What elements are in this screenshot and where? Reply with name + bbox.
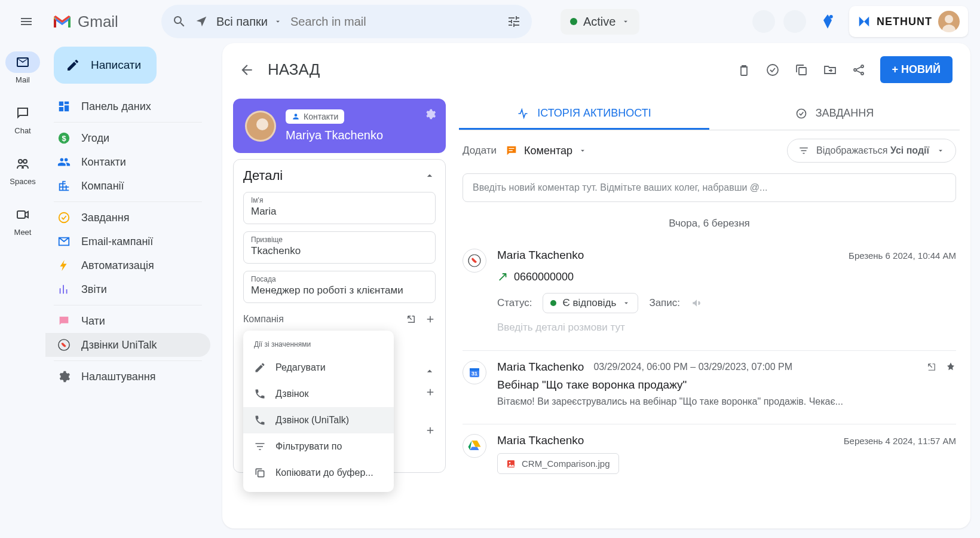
main-menu-button[interactable]	[12, 7, 41, 36]
rail-mail[interactable]: Mail	[5, 51, 40, 84]
sidebar-chats[interactable]: Чати	[45, 309, 210, 333]
date-separator: Вчора, 6 березня	[459, 212, 960, 242]
hamburger-icon	[19, 14, 33, 29]
pin-icon[interactable]	[945, 362, 956, 372]
svg-point-1	[19, 160, 22, 163]
tab-activity[interactable]: ІСТОРІЯ АКТИВНОСТІ	[459, 99, 709, 130]
sidebar-settings[interactable]: Налаштування	[45, 365, 210, 389]
sidebar-campaigns[interactable]: Email-кампанії	[45, 230, 210, 253]
rail-meet[interactable]: Meet	[5, 204, 40, 237]
nethunt-badge[interactable]: NETHUNT	[849, 6, 968, 37]
phone-icon	[254, 414, 266, 426]
outgoing-arrow-icon: ↗	[497, 269, 508, 285]
sidebar-companies[interactable]: Компанії	[45, 174, 210, 198]
phone-icon	[254, 388, 266, 400]
field-position[interactable]: Посада Менеджер по роботі з клієнтами	[243, 271, 436, 303]
check-circle-icon[interactable]	[765, 63, 780, 77]
svg-point-12	[861, 72, 863, 75]
gmail-label: Gmail	[78, 13, 118, 31]
tab-tasks[interactable]: ЗАВДАННЯ	[709, 99, 960, 130]
dashboard-icon	[57, 100, 71, 113]
kite-button[interactable]	[814, 8, 841, 35]
search-input[interactable]	[290, 15, 498, 29]
menu-copy[interactable]: Копіювати до буфер...	[243, 460, 394, 486]
contact-card: Контакти Mariya Tkachenko Деталі Ім'я Ma…	[233, 99, 446, 518]
sidebar-reports[interactable]: Звіти	[45, 277, 210, 301]
gmail-icon	[51, 13, 73, 30]
calls-icon	[57, 338, 71, 351]
folder-move-icon[interactable]	[823, 63, 837, 77]
search-bar[interactable]: Всі папки	[161, 5, 532, 38]
details-section: Деталі Ім'я Maria Призвіще Tkachenko Пос…	[233, 159, 446, 473]
file-chip[interactable]: CRM_Comparison.jpg	[497, 453, 619, 474]
rail-chat[interactable]: Chat	[5, 102, 40, 135]
svg-rect-9	[799, 68, 806, 75]
chats-icon	[57, 314, 71, 328]
field-first-name[interactable]: Ім'я Maria	[243, 192, 436, 224]
sidebar-contacts[interactable]: Контакти	[45, 150, 210, 174]
sidebar-tasks[interactable]: Завдання	[45, 206, 210, 230]
back-label: НАЗАД	[268, 60, 320, 79]
audio-icon[interactable]	[691, 297, 703, 309]
svg-text:$: $	[62, 134, 66, 143]
company-section: Компанія Дії зі значеннями Редагувати	[243, 314, 436, 460]
field-last-name[interactable]: Призвіще Tkachenko	[243, 231, 436, 264]
new-button[interactable]: + НОВИЙ	[880, 56, 953, 83]
header-extra-2[interactable]	[783, 10, 806, 33]
plus-icon[interactable]	[425, 387, 436, 398]
user-avatar[interactable]	[938, 11, 960, 32]
folder-select[interactable]: Всі папки	[216, 15, 282, 29]
card-header: Контакти Mariya Tkachenko	[233, 99, 446, 153]
open-external-icon[interactable]	[406, 314, 416, 325]
contacts-icon	[57, 155, 71, 169]
menu-header: Дії зі значеннями	[243, 337, 394, 354]
svg-point-0	[829, 15, 833, 19]
chevron-up-icon[interactable]	[424, 170, 436, 182]
svg-point-14	[797, 109, 806, 118]
check-circle-icon	[795, 108, 807, 120]
call-activity-icon	[463, 249, 486, 273]
left-rail: Mail Chat Spaces Meet	[0, 43, 45, 538]
menu-call-unitalk[interactable]: Дзвінок (UniTalk)	[243, 407, 394, 433]
status-dot-icon	[570, 18, 577, 25]
menu-filter[interactable]: Фільтрувати по	[243, 433, 394, 460]
activity-author: Maria Tkachenko	[497, 249, 584, 262]
activity-author: Maria Tkachenko	[497, 434, 584, 447]
menu-edit[interactable]: Редагувати	[243, 354, 394, 381]
comment-type-select[interactable]: Коментар	[505, 144, 587, 157]
header-extra-1[interactable]	[752, 10, 775, 33]
menu-call[interactable]: Дзвінок	[243, 381, 394, 407]
status-dropdown[interactable]: Active	[561, 9, 639, 35]
trash-icon[interactable]	[737, 63, 751, 77]
gear-icon[interactable]	[424, 108, 436, 120]
chevron-down-icon	[622, 299, 630, 307]
activity-icon	[517, 108, 529, 120]
rail-spaces[interactable]: Spaces	[5, 153, 40, 186]
display-filter[interactable]: Відображається Усі події	[787, 139, 956, 163]
chevron-down-icon	[274, 17, 282, 26]
copy-icon[interactable]	[794, 63, 808, 77]
drive-activity-icon	[463, 434, 486, 458]
convo-placeholder[interactable]: Введіть деталі розмови тут	[497, 322, 956, 334]
image-icon	[506, 459, 516, 469]
share-icon[interactable]	[852, 63, 866, 77]
sidebar-calls[interactable]: Дзвінки UniTalk	[45, 333, 210, 357]
contact-type-badge[interactable]: Контакти	[286, 109, 344, 124]
sidebar-deals[interactable]: $ Угоди	[45, 126, 210, 150]
chevron-up-icon[interactable]	[424, 365, 436, 377]
location-icon	[195, 15, 208, 28]
plus-icon[interactable]	[425, 314, 436, 325]
contact-avatar	[245, 111, 276, 142]
open-external-icon[interactable]	[926, 362, 937, 372]
sidebar-dashboard[interactable]: Панель даних	[45, 94, 210, 118]
sidebar-automation[interactable]: Автоматизація	[45, 253, 210, 277]
comment-input[interactable]: Введіть новий коментар тут. Відмітьте ва…	[463, 173, 956, 202]
plus-icon[interactable]	[425, 425, 436, 436]
back-arrow-icon[interactable]	[239, 62, 255, 78]
sidebar: Написати Панель даних $ Угоди Контакти К…	[45, 43, 210, 538]
tune-icon[interactable]	[507, 14, 521, 29]
activity-event: 31 Maria Tkachenko 03/29/2024, 06:00 PM …	[459, 353, 960, 421]
status-pill[interactable]: Є відповідь	[543, 293, 638, 313]
copy-icon	[254, 467, 266, 479]
compose-button[interactable]: Написати	[54, 47, 157, 84]
